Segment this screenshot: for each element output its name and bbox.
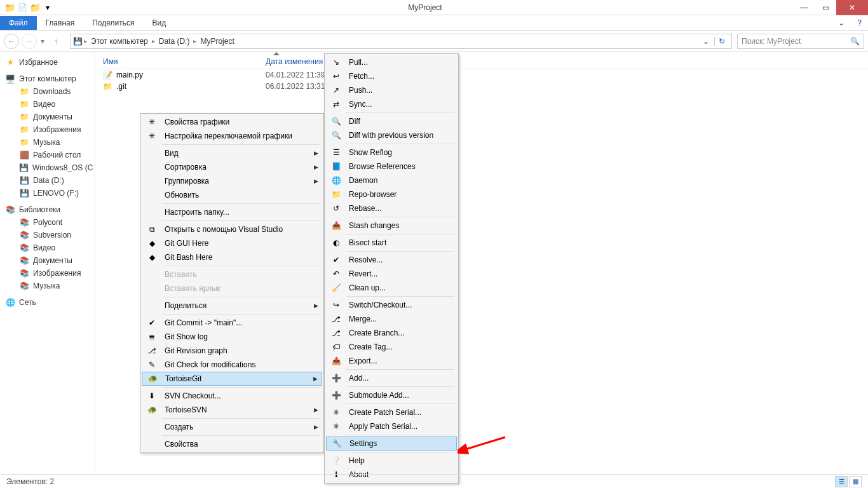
tab-share[interactable]: Поделиться [83, 16, 143, 30]
menu-item[interactable]: ⇄ Sync... [326, 97, 457, 111]
sidebar-item[interactable]: Музыка [0, 136, 95, 149]
sidebar-item[interactable]: Рабочий стол [0, 149, 95, 161]
menu-item[interactable]: 🏷 Create Tag... [326, 340, 457, 354]
sidebar-libraries[interactable]: Библиотеки [0, 203, 95, 216]
sidebar-item[interactable]: Polycont [0, 216, 95, 229]
menu-item[interactable]: Группировка ▶ [142, 174, 322, 188]
max-button[interactable]: ▭ [815, 0, 836, 15]
sidebar-item[interactable]: Музыка [0, 280, 95, 292]
tab-file[interactable]: Файл [0, 16, 37, 30]
qat-icon-open[interactable] [29, 2, 41, 13]
menu-item[interactable]: ✳ Настройка переключаемой графики [142, 129, 322, 143]
sidebar-item[interactable]: Видео [0, 98, 95, 111]
view-details-button[interactable]: ☰ [835, 476, 848, 487]
address-dropdown[interactable]: ⌄ [699, 37, 713, 46]
menu-item[interactable]: ⧉ Открыть с помощью Visual Studio [142, 222, 322, 236]
sidebar-item[interactable]: Изображения [0, 267, 95, 280]
tab-view[interactable]: Вид [143, 16, 175, 30]
tab-home[interactable]: Главная [37, 16, 84, 30]
menu-item[interactable]: 🐢 TortoiseSVN ▶ [142, 403, 322, 417]
menu-item[interactable]: ↩ Fetch... [326, 69, 457, 83]
menu-item[interactable]: ◆ Git GUI Here [142, 236, 322, 250]
search-box[interactable]: Поиск: MyProject 🔍 [737, 34, 864, 49]
menu-item[interactable]: ↗ Push... [326, 83, 457, 97]
file-row[interactable]: main.py 04.01.2022 11:39 [95, 69, 868, 81]
menu-item[interactable]: ✔ Git Commit -> "main"... [142, 316, 322, 330]
menu-item[interactable]: Сортировка ▶ [142, 160, 322, 174]
menu-item[interactable]: Поделиться ▶ [142, 299, 322, 313]
sidebar-item[interactable]: LENOVO (F:) [0, 187, 95, 200]
menu-item[interactable]: 📁 Repo-browser [326, 187, 457, 201]
menu-item[interactable]: ✳ Свойства графики [142, 115, 322, 129]
file-row[interactable]: .git 06.01.2022 13:31 [95, 81, 868, 92]
sidebar-item[interactable]: Windows8_OS (C [0, 161, 95, 174]
ribbon-help[interactable]: ? [851, 18, 868, 27]
close-button[interactable]: ✕ [836, 0, 868, 15]
menu-item[interactable]: ☰ Show Reflog [326, 146, 457, 159]
menu-item[interactable]: ≣ Git Show log [142, 330, 322, 344]
menu-item[interactable]: Вставить ярлык [142, 281, 322, 295]
sidebar-item[interactable]: Документы [0, 111, 95, 123]
menu-item[interactable]: Создать ▶ [142, 420, 322, 434]
sidebar-item[interactable]: Изображения [0, 123, 95, 136]
view-icons-button[interactable]: ▦ [849, 476, 862, 487]
refresh-button[interactable]: ↻ [714, 37, 729, 46]
menu-item[interactable]: Обновить [142, 188, 322, 202]
menu-item[interactable]: ✳ Create Patch Serial... [326, 405, 457, 419]
menu-item[interactable]: 📤 Export... [326, 354, 457, 368]
sidebar-item[interactable]: Downloads [0, 85, 95, 98]
min-button[interactable]: — [793, 0, 815, 15]
sidebar-item[interactable]: Data (D:) [0, 174, 95, 187]
menu-item[interactable]: 🐢 TortoiseGit ▶ [142, 372, 322, 386]
address-bar[interactable]: ▸ Этот компьютер ▸ Data (D:) ▸ MyProject… [70, 34, 732, 49]
nav-forward[interactable]: → [22, 34, 37, 49]
menu-item[interactable]: 📥 Stash changes [326, 219, 457, 233]
menu-item[interactable]: ❔ Help [326, 454, 457, 468]
nav-history[interactable]: ▾ [39, 37, 46, 46]
ribbon-expand[interactable]: ⌄ [832, 18, 851, 27]
crumb-2[interactable]: MyProject [198, 37, 236, 46]
menu-item[interactable]: 🔍 Diff [326, 114, 457, 128]
sidebar-item[interactable]: Документы [0, 254, 95, 267]
menu-item[interactable]: ⎇ Git Revision graph [142, 344, 322, 358]
crumb-sep-icon[interactable]: ▸ [84, 37, 87, 44]
menu-item[interactable]: Свойства [142, 437, 322, 451]
menu-item[interactable]: 🌐 Daemon [326, 173, 457, 187]
menu-item[interactable]: 🔍 Diff with previous version [326, 128, 457, 142]
menu-item[interactable]: ↘ Pull... [326, 55, 457, 69]
sidebar-item[interactable]: Видео [0, 241, 95, 254]
sidebar-thispc[interactable]: Этот компьютер [0, 72, 95, 85]
menu-item[interactable]: 🔧 Settings [326, 437, 457, 451]
menu-item[interactable]: ➕ Submodule Add... [326, 388, 457, 402]
menu-item[interactable]: ◆ Git Bash Here [142, 250, 322, 264]
crumb-1[interactable]: Data (D:) [156, 37, 193, 46]
menu-item[interactable]: ✎ Git Check for modifications [142, 358, 322, 372]
menu-item[interactable]: ⎇ Create Branch... [326, 326, 457, 340]
menu-item[interactable]: ➕ Add... [326, 371, 457, 385]
menu-item[interactable]: ✳ Apply Patch Serial... [326, 419, 457, 433]
qat-icon-props[interactable]: 📄 [17, 2, 28, 13]
menu-item[interactable]: Настроить папку... [142, 205, 322, 219]
sidebar-network[interactable]: Сеть [0, 296, 95, 309]
qat-dropdown[interactable]: ▾ [42, 2, 53, 13]
menu-item[interactable]: ↪ Switch/Checkout... [326, 298, 457, 312]
menu-item[interactable]: ⎇ Merge... [326, 312, 457, 326]
crumb-sep-icon[interactable]: ▸ [193, 37, 196, 44]
menu-item[interactable]: ↶ Revert... [326, 267, 457, 281]
menu-item[interactable]: ↺ Rebase... [326, 201, 457, 215]
crumb-0[interactable]: Этот компьютер [88, 37, 151, 46]
sidebar-item[interactable]: Subversion [0, 229, 95, 241]
menu-item[interactable]: Вид ▶ [142, 146, 322, 160]
menu-item[interactable]: ⬇ SVN Checkout... [142, 389, 322, 403]
qat-icon-folder[interactable] [4, 2, 15, 13]
nav-back[interactable]: ← [4, 34, 19, 49]
sidebar-favorites[interactable]: Избранное [0, 56, 95, 69]
nav-up[interactable]: ↑ [48, 34, 64, 49]
menu-item[interactable]: 🧹 Clean up... [326, 281, 457, 295]
menu-item[interactable]: ✔ Resolve... [326, 253, 457, 267]
col-name[interactable]: Имя [103, 57, 266, 66]
menu-item[interactable]: ◐ Bisect start [326, 236, 457, 250]
crumb-sep-icon[interactable]: ▸ [152, 37, 155, 44]
menu-item[interactable]: 📘 Browse References [326, 159, 457, 173]
menu-item[interactable]: Вставить [142, 268, 322, 281]
